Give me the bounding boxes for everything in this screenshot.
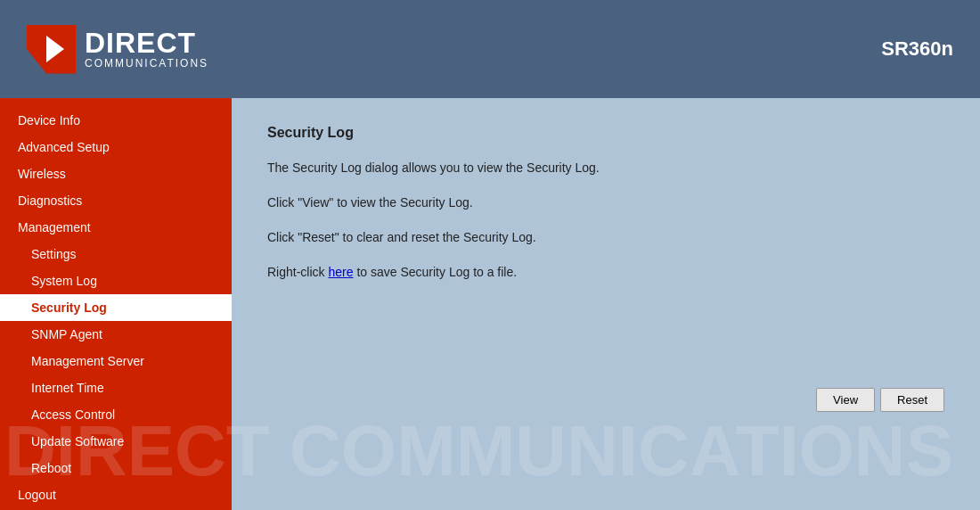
logo-area: DIRECT COMMUNICATIONS [27, 25, 208, 74]
sidebar-item-update-software[interactable]: Update Software [0, 428, 232, 455]
logo-icon [27, 25, 76, 74]
sidebar-item-wireless[interactable]: Wireless [0, 160, 232, 187]
brand-title: DIRECT [85, 29, 208, 57]
main-layout: Device Info Advanced Setup Wireless Diag… [0, 98, 980, 510]
sidebar: Device Info Advanced Setup Wireless Diag… [0, 98, 232, 510]
logo-arrow-icon [46, 36, 64, 62]
action-buttons: View Reset [816, 388, 944, 412]
content-paragraph-2: Click "View" to view the Security Log. [267, 193, 944, 212]
sidebar-item-internet-time[interactable]: Internet Time [0, 374, 232, 401]
here-link[interactable]: here [328, 265, 353, 279]
header: DIRECT COMMUNICATIONS SR360n [0, 0, 980, 98]
content-paragraph-1: The Security Log dialog allows you to vi… [267, 159, 944, 177]
content-area: Security Log The Security Log dialog all… [232, 98, 980, 510]
view-button[interactable]: View [816, 388, 875, 412]
sidebar-item-device-info[interactable]: Device Info [0, 107, 232, 134]
content-paragraph-4: Right-click here to save Security Log to… [267, 263, 944, 282]
sidebar-item-diagnostics[interactable]: Diagnostics [0, 187, 232, 214]
paragraph4-after: to save Security Log to a file. [354, 265, 518, 279]
reset-button[interactable]: Reset [880, 388, 944, 412]
sidebar-item-system-log[interactable]: System Log [0, 267, 232, 294]
paragraph4-before: Right-click [267, 265, 328, 279]
sidebar-item-management[interactable]: Management [0, 214, 232, 241]
sidebar-item-access-control[interactable]: Access Control [0, 401, 232, 428]
sidebar-item-settings[interactable]: Settings [0, 241, 232, 267]
brand-subtitle: COMMUNICATIONS [85, 57, 208, 70]
sidebar-item-management-server[interactable]: Management Server [0, 348, 232, 374]
sidebar-item-logout[interactable]: Logout [0, 481, 232, 508]
sidebar-item-security-log[interactable]: Security Log [0, 294, 232, 321]
logo-text: DIRECT COMMUNICATIONS [85, 29, 208, 70]
sidebar-item-snmp-agent[interactable]: SNMP Agent [0, 321, 232, 348]
sidebar-item-reboot[interactable]: Reboot [0, 455, 232, 481]
device-model: SR360n [881, 37, 953, 61]
content-paragraph-3: Click "Reset" to clear and reset the Sec… [267, 228, 944, 247]
sidebar-item-advanced-setup[interactable]: Advanced Setup [0, 134, 232, 160]
page-title: Security Log [267, 125, 944, 141]
